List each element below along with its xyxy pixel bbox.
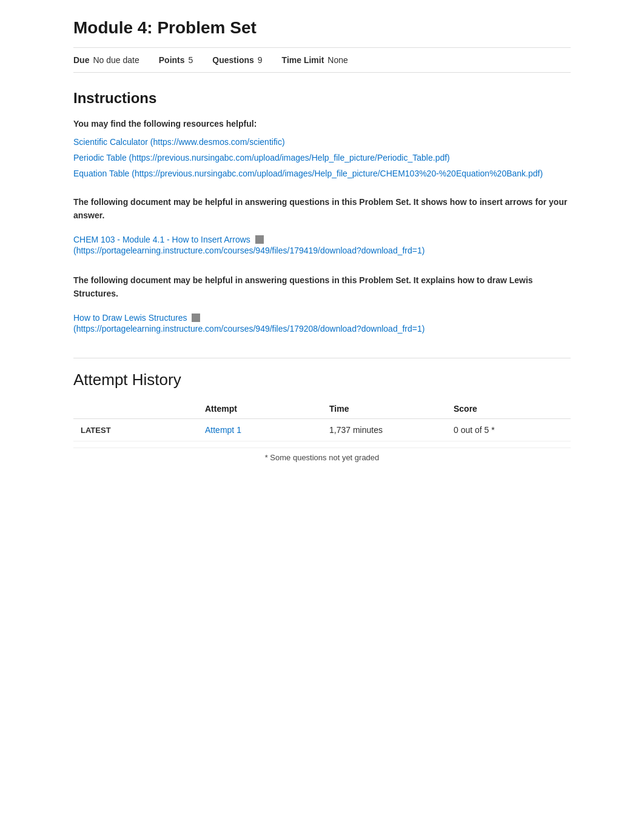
resource-links: Scientific Calculator (https://www.desmo…: [73, 137, 571, 178]
doc2-link[interactable]: How to Draw Lewis Structures: [73, 313, 571, 323]
periodic-table-link[interactable]: Periodic Table (https://previous.nursing…: [73, 153, 571, 163]
page-title: Module 4: Problem Set: [73, 18, 571, 38]
meta-due: Due No due date: [73, 55, 139, 65]
doc2-description: The following document may be helpful in…: [73, 273, 571, 301]
equation-table-link[interactable]: Equation Table (https://previous.nursing…: [73, 169, 571, 178]
time-limit-label: Time Limit: [282, 55, 324, 65]
scientific-calculator-link[interactable]: Scientific Calculator (https://www.desmo…: [73, 137, 571, 147]
col-header-attempt: Attempt: [198, 399, 322, 419]
doc2-link-block: How to Draw Lewis Structures (https://po…: [73, 313, 571, 334]
attempt-table: Attempt Time Score LATEST Attempt 1 1,73…: [73, 399, 571, 441]
latest-badge-cell: LATEST: [73, 419, 198, 441]
questions-label: Questions: [212, 55, 253, 65]
meta-questions: Questions 9: [212, 55, 262, 65]
table-header-row: Attempt Time Score: [73, 399, 571, 419]
due-label: Due: [73, 55, 89, 65]
points-label: Points: [159, 55, 185, 65]
due-value: No due date: [93, 55, 139, 65]
latest-badge: LATEST: [81, 426, 111, 435]
footnote: * Some questions not yet graded: [73, 448, 571, 467]
score-cell: 0 out of 5 *: [446, 419, 571, 441]
attempt-cell: Attempt 1: [198, 419, 322, 441]
resource-intro: You may find the following resources hel…: [73, 119, 571, 129]
col-header-time: Time: [322, 399, 446, 419]
doc2-url-label: (https://portagelearning.instructure.com…: [73, 324, 571, 334]
doc1-description: The following document may be helpful in…: [73, 195, 571, 223]
meta-time-limit: Time Limit None: [282, 55, 348, 65]
attempt1-link[interactable]: Attempt 1: [205, 425, 241, 435]
questions-value: 9: [258, 55, 263, 65]
doc1-file-icon: [255, 235, 264, 244]
meta-bar: Due No due date Points 5 Questions 9 Tim…: [73, 47, 571, 73]
doc1-link-block: CHEM 103 - Module 4.1 - How to Insert Ar…: [73, 235, 571, 255]
instructions-section: Instructions You may find the following …: [73, 90, 571, 334]
doc1-url-label: (https://portagelearning.instructure.com…: [73, 246, 571, 255]
doc2-file-icon: [192, 314, 200, 322]
table-row: LATEST Attempt 1 1,737 minutes 0 out of …: [73, 419, 571, 441]
page-wrapper: Module 4: Problem Set Due No due date Po…: [49, 0, 595, 485]
time-limit-value: None: [327, 55, 347, 65]
points-value: 5: [189, 55, 193, 65]
attempt-history-section: Attempt History Attempt Time Score LATES…: [73, 358, 571, 467]
instructions-title: Instructions: [73, 90, 571, 107]
col-header-badge: [73, 399, 198, 419]
meta-points: Points 5: [159, 55, 193, 65]
col-header-score: Score: [446, 399, 571, 419]
doc1-link[interactable]: CHEM 103 - Module 4.1 - How to Insert Ar…: [73, 235, 571, 244]
time-cell: 1,737 minutes: [322, 419, 446, 441]
attempt-history-title: Attempt History: [73, 358, 571, 389]
